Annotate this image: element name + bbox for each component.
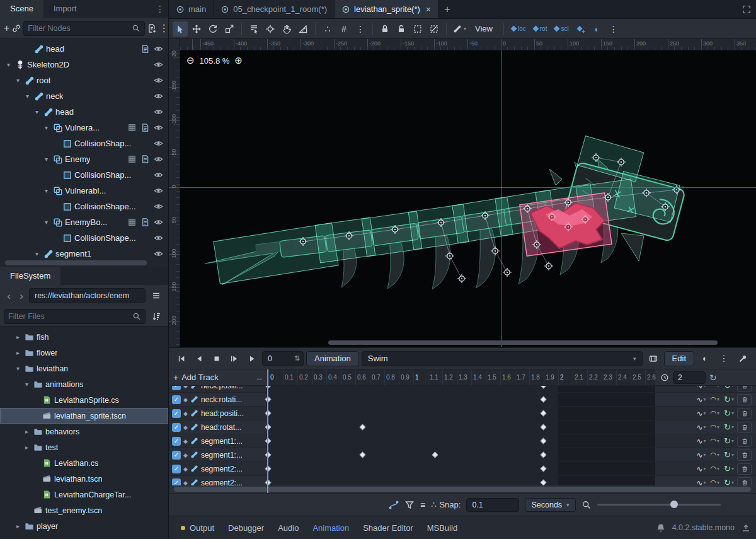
insert-key-button[interactable] <box>573 21 588 37</box>
keyframe[interactable] <box>359 451 365 458</box>
animation-key-options-button[interactable]: ⋮ <box>606 21 621 37</box>
keyframe[interactable] <box>541 386 547 388</box>
keyframe[interactable] <box>432 451 438 458</box>
timeline-ruler[interactable]: 00.10.20.30.40.50.60.70.80.911.11.21.31.… <box>268 369 655 385</box>
scene-tree-row[interactable]: ▾ root <box>0 72 168 88</box>
track-enabled-checkbox[interactable]: ✓ <box>172 423 181 432</box>
file-row[interactable]: ▸ flower <box>0 345 168 361</box>
script-badge-icon[interactable] <box>140 44 150 54</box>
delete-track-button[interactable] <box>737 477 752 486</box>
tab-scene[interactable]: Scene <box>0 0 43 18</box>
timeline-zoom-slider[interactable] <box>597 504 721 506</box>
ungroup-selection-button[interactable] <box>427 21 442 37</box>
group-badge-icon[interactable] <box>127 123 137 132</box>
visibility-eye-icon[interactable] <box>154 107 163 117</box>
keyframe[interactable] <box>541 438 547 444</box>
scene-tree-row[interactable]: CollisionShap... <box>0 167 168 183</box>
expand-arrow-icon[interactable]: ▾ <box>23 93 32 100</box>
history-forward-icon[interactable]: › <box>16 291 26 301</box>
current-frame-input[interactable] <box>268 354 294 363</box>
loop-wrap-mode-dropdown[interactable]: ↻▾ <box>723 395 735 404</box>
auto-key-rotation-toggle[interactable]: rot <box>530 21 551 37</box>
group-badge-icon[interactable] <box>127 154 137 164</box>
resize-names-icon[interactable]: ↔ <box>256 373 263 382</box>
file-row[interactable]: ▸ fish <box>0 329 168 345</box>
keyframe[interactable] <box>541 424 547 430</box>
grid-snap-button[interactable]: # <box>336 21 352 37</box>
loop-wrap-mode-dropdown[interactable]: ↻▾ <box>723 422 735 432</box>
loop-wrap-mode-dropdown[interactable]: ↻▾ <box>723 386 735 390</box>
onion-skinning-options-button[interactable]: ◐ <box>697 351 713 366</box>
animation-track[interactable]: ✓ ◆ segment2:... ∿▾ ◠▾ ↻▾ <box>169 462 756 476</box>
track-enabled-checkbox[interactable]: ✓ <box>172 386 181 390</box>
filter-files-input[interactable] <box>8 312 130 321</box>
ruler-tool-button[interactable] <box>295 21 311 37</box>
scene-tree-row[interactable]: ▾ Vulnerabl... <box>0 183 168 199</box>
interpolation-mode-dropdown[interactable]: ◠▾ <box>709 423 721 431</box>
scale-tool-button[interactable] <box>222 21 237 37</box>
group-badge-icon[interactable] <box>127 217 137 227</box>
interpolation-mode-dropdown[interactable]: ◠▾ <box>709 395 721 403</box>
tab-filesystem[interactable]: FileSystem <box>0 267 60 285</box>
lock-selection-button[interactable] <box>377 21 392 37</box>
pin-panel-button[interactable] <box>735 351 751 366</box>
distraction-free-mode-button[interactable] <box>737 0 756 18</box>
scene-tree-row[interactable]: ▾ EnemyBo... <box>0 214 168 230</box>
update-mode-dropdown[interactable]: ∿▾ <box>695 451 707 460</box>
filesystem-display-mode-button[interactable] <box>148 287 164 304</box>
zoom-percentage[interactable]: 105.8 % <box>200 56 230 66</box>
attach-script-button[interactable] <box>147 20 157 37</box>
track-timeline[interactable] <box>268 420 655 434</box>
scene-tree-row[interactable]: CollisionShap... <box>0 136 168 151</box>
bottom-tab-animation[interactable]: Animation <box>306 516 356 539</box>
visibility-eye-icon[interactable] <box>154 202 163 211</box>
zoom-in-button[interactable]: ⊕ <box>234 55 243 66</box>
scene-tree-row[interactable]: ▾ neck <box>0 88 168 104</box>
scene-tree-row[interactable]: CollisionShape... <box>0 230 168 246</box>
scene-tree-row[interactable]: ▾ head <box>0 104 168 120</box>
file-row[interactable]: test_enemy.tscn <box>0 502 168 518</box>
expand-arrow-icon[interactable]: ▾ <box>14 77 22 84</box>
track-timeline[interactable] <box>268 462 655 475</box>
canvas[interactable]: ⊖ 105.8 % ⊕ <box>180 50 756 347</box>
scene-tree-row[interactable]: ▾ Skeleton2D <box>0 57 168 72</box>
track-timeline[interactable] <box>268 476 655 485</box>
instance-scene-button[interactable] <box>11 20 21 37</box>
visibility-eye-icon[interactable] <box>154 186 163 195</box>
snap-options-button[interactable]: ⋮ <box>353 21 368 37</box>
expand-arrow-icon[interactable]: ▾ <box>14 365 22 372</box>
timeline-playhead[interactable] <box>267 369 268 493</box>
track-timeline[interactable] <box>268 393 655 406</box>
interpolation-mode-dropdown[interactable]: ◠▾ <box>709 386 721 390</box>
keyframe[interactable] <box>359 424 365 430</box>
new-scene-tab-button[interactable]: + <box>438 0 456 18</box>
track-timeline[interactable] <box>268 448 655 461</box>
expand-arrow-icon[interactable]: ▾ <box>42 156 50 163</box>
move-tool-button[interactable] <box>189 21 204 37</box>
track-enabled-checkbox[interactable]: ✓ <box>172 451 181 460</box>
scene-tree-row[interactable]: head <box>0 41 168 57</box>
add-node-button[interactable]: + <box>4 20 9 37</box>
file-row[interactable]: LeviathanChargeTar... <box>0 487 168 502</box>
update-mode-dropdown[interactable]: ∿▾ <box>695 409 707 418</box>
loop-wrap-mode-dropdown[interactable]: ↻▾ <box>723 409 735 418</box>
scene-tree-row[interactable]: ▾ Vulnera... <box>0 120 168 136</box>
animation-track[interactable]: ✓ ◆ head:positi... ∿▾ ◠▾ ↻▾ <box>169 407 756 420</box>
scene-tab-leviathan-sprite[interactable]: leviathan_sprite(*) × <box>335 0 438 18</box>
update-mode-dropdown[interactable]: ∿▾ <box>695 465 707 473</box>
interpolation-mode-dropdown[interactable]: ◠▾ <box>709 465 721 473</box>
expand-arrow-icon[interactable]: ▾ <box>4 61 13 68</box>
tab-import[interactable]: Import <box>43 0 87 18</box>
scene-tree-row[interactable]: ▾ Enemy <box>0 151 168 167</box>
expand-arrow-icon[interactable]: ▸ <box>23 444 31 451</box>
scene-tree-row[interactable]: CollisionShape... <box>0 199 168 214</box>
filter-nodes-input[interactable] <box>28 24 129 33</box>
bottom-tab-output[interactable]: Output <box>174 516 221 539</box>
visibility-eye-icon[interactable] <box>154 44 163 54</box>
delete-track-button[interactable] <box>737 386 752 391</box>
delete-track-button[interactable] <box>737 394 752 405</box>
file-row[interactable]: ▾ leviathan <box>0 361 168 376</box>
rotate-tool-button[interactable] <box>205 21 220 37</box>
notifications-bell-icon[interactable] <box>656 523 666 533</box>
current-animation-dropdown[interactable]: Swim ▾ <box>362 351 643 366</box>
